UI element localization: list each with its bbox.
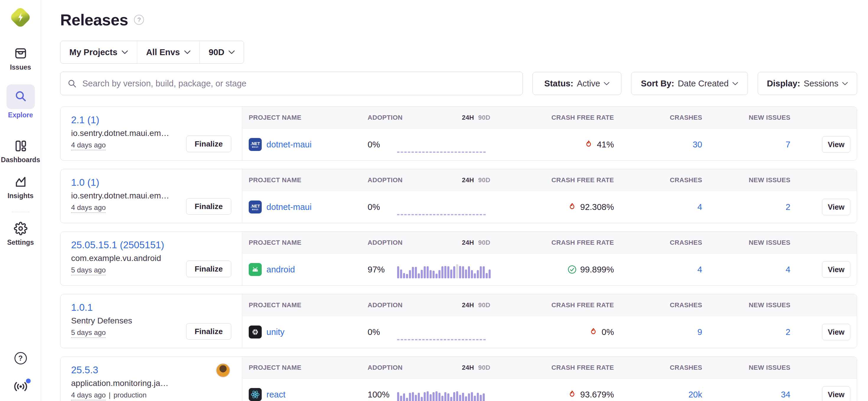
release-created-ago[interactable]: 5 days ago <box>71 266 105 275</box>
check-circle-icon <box>567 265 577 274</box>
environment-separator: | <box>108 391 110 399</box>
page-title: Releases <box>60 11 128 29</box>
project-link[interactable]: react <box>267 390 285 400</box>
release-created-ago[interactable]: 4 days ago <box>71 203 105 213</box>
status-dropdown[interactable]: Status: Active <box>532 72 621 95</box>
session-bar <box>409 393 411 401</box>
column-header-sessions: 24H 90D <box>397 364 494 371</box>
view-button[interactable]: View <box>822 324 850 340</box>
session-bar <box>415 395 417 401</box>
projects-filter-dropdown[interactable]: My Projects <box>60 41 137 63</box>
chevron-down-icon <box>603 82 610 86</box>
finalize-button[interactable]: Finalize <box>186 323 231 340</box>
crashes-link[interactable]: 20k <box>688 390 702 400</box>
column-header-project: PROJECT NAME <box>242 364 368 371</box>
crashes-link[interactable]: 4 <box>698 265 702 274</box>
sessions-mini-chart <box>397 378 494 401</box>
sentry-logo[interactable] <box>11 8 30 27</box>
question-circle-icon[interactable]: ? <box>134 15 144 25</box>
column-header-adoption: ADOPTION <box>368 364 397 371</box>
crash-free-rate-value: 41% <box>597 140 614 149</box>
session-bar <box>480 266 482 278</box>
chevron-down-icon <box>122 50 128 54</box>
search-input[interactable] <box>60 72 523 95</box>
crashes-link[interactable]: 9 <box>698 327 702 337</box>
sidebar-item-explore[interactable]: Explore <box>0 84 41 119</box>
session-bar <box>433 392 435 401</box>
notification-dot <box>26 378 31 383</box>
new-issues-link[interactable]: 2 <box>786 327 790 337</box>
new-issues-link[interactable]: 7 <box>786 140 790 149</box>
session-bar <box>435 274 438 278</box>
sidebar-item-dashboards[interactable]: Dashboards <box>0 139 41 164</box>
sort-by-dropdown[interactable]: Sort By: Date Created <box>631 72 748 95</box>
new-issues-link[interactable]: 2 <box>786 202 790 212</box>
release-created-ago[interactable]: 5 days ago <box>71 329 105 338</box>
help-button[interactable]: ? <box>0 352 41 364</box>
session-bar <box>477 270 479 278</box>
release-version-link[interactable]: 25.5.3 <box>71 364 98 375</box>
crashes-link[interactable]: 4 <box>698 202 702 212</box>
environment-filter-dropdown[interactable]: All Envs <box>137 41 199 63</box>
column-header-crash-free-rate: CRASH FREE RATE <box>551 364 614 371</box>
project-link[interactable]: dotnet-maui <box>267 140 312 149</box>
session-bar <box>427 391 429 401</box>
release-version-link[interactable]: 1.0 (1) <box>71 177 99 188</box>
table-body-row: .NETMAUI dotnet-maui 0% 92.308% 4 2 View <box>242 191 857 223</box>
broadcast-icon <box>13 380 28 394</box>
release-info-panel: 2.1 (1) io.sentry.dotnet.maui.em… 4 days… <box>60 107 242 160</box>
new-issues-link[interactable]: 4 <box>786 265 790 274</box>
release-created-ago[interactable]: 4 days ago <box>71 391 105 400</box>
crashes-link[interactable]: 30 <box>693 140 702 149</box>
sidebar-item-settings[interactable]: Settings <box>0 222 41 246</box>
release-version-link[interactable]: 2.1 (1) <box>71 114 99 125</box>
table-header-row: PROJECT NAME ADOPTION 24H 90D CRASH FREE… <box>242 169 857 191</box>
project-link[interactable]: android <box>267 265 295 274</box>
project-link[interactable]: unity <box>267 327 284 337</box>
table-body-row: react 100% 93.679% 20k 34 View <box>242 378 857 401</box>
finalize-button[interactable]: Finalize <box>186 261 231 277</box>
column-header-new-issues: NEW ISSUES <box>749 301 790 309</box>
sidebar-item-label: Explore <box>8 111 33 119</box>
column-header-new-issues: NEW ISSUES <box>749 239 790 246</box>
dashboards-icon <box>14 139 27 154</box>
crash-free-rate-value: 99.899% <box>580 265 614 274</box>
new-issues-link[interactable]: 34 <box>781 390 790 400</box>
finalize-button[interactable]: Finalize <box>186 198 231 215</box>
project-link[interactable]: dotnet-maui <box>267 202 312 212</box>
whats-new-button[interactable] <box>0 380 41 394</box>
session-bar <box>444 392 446 401</box>
view-button[interactable]: View <box>822 136 850 153</box>
session-bar <box>456 391 458 401</box>
session-bar <box>400 269 402 278</box>
date-range-dropdown[interactable]: 90D <box>200 41 244 63</box>
release-created-ago[interactable]: 4 days ago <box>71 141 105 151</box>
session-bar <box>412 392 414 401</box>
view-button[interactable]: View <box>822 386 850 401</box>
column-header-crashes: CRASHES <box>670 239 702 246</box>
sidebar-item-insights[interactable]: Insights <box>0 175 41 200</box>
session-bar <box>424 266 426 278</box>
release-version-link[interactable]: 1.0.1 <box>71 302 93 313</box>
column-header-90d: 90D <box>478 176 490 184</box>
release-version-link[interactable]: 25.05.15.1 (2505151) <box>71 239 164 250</box>
search-icon <box>14 89 27 104</box>
column-header-24h: 24H <box>462 301 474 309</box>
sessions-mini-chart <box>397 129 494 160</box>
finalize-button[interactable]: Finalize <box>186 136 231 152</box>
session-bar <box>450 269 452 278</box>
adoption-value: 100% <box>368 390 397 400</box>
view-button[interactable]: View <box>822 199 850 215</box>
display-dropdown[interactable]: Display: Sessions <box>758 72 857 95</box>
release-project-table: PROJECT NAME ADOPTION 24H 90D CRASH FREE… <box>242 294 857 348</box>
environment-filter-label: All Envs <box>146 47 180 57</box>
table-body-row: .NETMAUI dotnet-maui 0% 41% 30 7 View <box>242 129 857 160</box>
status-label: Status: <box>544 79 573 89</box>
flame-icon <box>589 327 598 337</box>
sidebar-item-issues[interactable]: Issues <box>0 46 41 71</box>
session-bar <box>424 392 426 401</box>
status-value: Active <box>577 79 600 89</box>
sessions-bar-chart <box>397 264 491 278</box>
column-header-24h: 24H <box>462 239 474 246</box>
view-button[interactable]: View <box>822 261 850 278</box>
